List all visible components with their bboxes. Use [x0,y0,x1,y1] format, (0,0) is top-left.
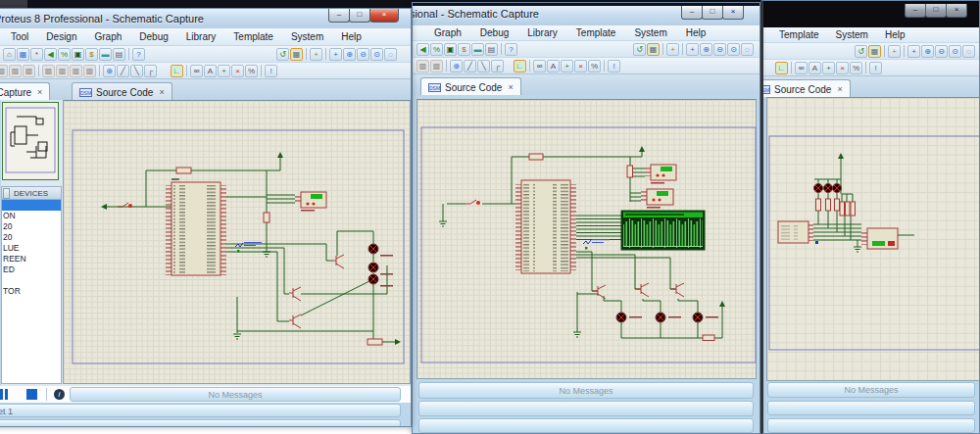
overview-minimap[interactable] [2,102,59,180]
menu-help[interactable]: Help [339,30,364,43]
search-icon[interactable]: ∞ [795,62,808,74]
terminal-icon[interactable]: ▬ [99,48,112,61]
notes-icon[interactable]: ▤ [113,48,125,61]
device-list-item[interactable]: ON [2,211,61,221]
minimize-button[interactable]: – [905,4,926,18]
tab-source-code[interactable]: DSM Source Code × [763,79,851,97]
book-icon[interactable]: ▣ [72,48,84,61]
search-icon[interactable]: ∞ [190,65,203,77]
zoom-area-icon[interactable]: ◌ [384,48,397,61]
zoom-all-icon[interactable]: ⊙ [370,48,383,61]
close-tab-icon[interactable]: × [37,87,42,97]
prev-view-icon[interactable]: ◀ [416,43,429,56]
refresh-icon[interactable]: ↺ [855,45,867,58]
goto-sheet-icon[interactable]: % [850,62,862,74]
notes-icon[interactable]: ▤ [485,43,498,56]
menu-template[interactable]: Template [231,30,275,43]
menu-graph[interactable]: Graph [93,30,124,43]
menu-graph[interactable]: Graph [432,26,464,39]
block-delete-icon[interactable]: ▩ [430,60,443,72]
tab-source-code[interactable]: DSM Source Code × [420,77,521,95]
device-list-item[interactable]: ED [2,265,61,275]
minimize-button[interactable]: – [681,6,703,20]
titlebar-right[interactable]: – □ × [763,1,979,27]
paste-icon[interactable]: ▩ [23,65,35,77]
zoom-all-icon[interactable]: ⊙ [727,43,740,56]
close-tab-icon[interactable]: × [508,82,513,92]
terminal-icon[interactable]: ▬ [471,43,484,56]
electrical-check-icon[interactable]: ! [265,65,277,77]
info-icon[interactable]: i [54,389,65,400]
device-list-item[interactable]: REEN [2,254,61,265]
schematic-canvas-middle[interactable] [416,99,757,379]
origin-icon[interactable]: + [666,43,679,56]
pan-icon[interactable]: + [329,48,342,61]
zoom-out-icon[interactable]: ⊖ [935,45,948,58]
remove-sheet-icon[interactable]: × [574,60,587,72]
schematic-canvas-right[interactable] [766,97,980,381]
origin-icon[interactable]: + [310,48,322,61]
pan-icon[interactable]: + [907,45,920,58]
design-explorer-icon[interactable]: % [58,48,71,61]
menu-template[interactable]: Template [777,28,821,41]
minimize-button[interactable]: – [328,9,350,23]
electrical-check-icon[interactable]: ! [869,62,882,74]
remove-sheet-icon[interactable]: × [836,62,849,74]
zoom-out-icon[interactable]: ⊖ [713,43,726,56]
maximize-button[interactable]: □ [925,4,947,18]
zoom-out-icon[interactable]: ⊖ [357,48,369,61]
device-list-item[interactable] [2,200,61,211]
refresh-icon[interactable]: ↺ [633,43,646,56]
pencil-icon[interactable]: ╱ [464,60,476,72]
pick-part-icon[interactable]: ⊕ [450,60,463,72]
device-list-item[interactable]: 20 [2,232,61,243]
tab-schematic-capture[interactable]: Schematic Capture × [0,82,50,100]
schematic-grid-icon[interactable]: ▦ [17,48,29,61]
block-rotate-icon[interactable]: ▩ [70,65,82,77]
device-list-item[interactable]: TOR [2,286,61,297]
block-copy-icon[interactable]: ▩ [42,65,55,77]
menu-system[interactable]: System [289,30,325,43]
hammer-icon[interactable]: ┌ [491,60,504,72]
grid-toggle-icon[interactable]: ▦ [868,45,881,58]
brush-icon[interactable]: ╲ [477,60,490,72]
bill-of-materials-icon[interactable]: $ [458,43,470,56]
search-icon[interactable]: ∞ [533,60,546,72]
menu-debug[interactable]: Debug [478,26,511,39]
close-button[interactable]: × [946,4,967,18]
home-icon[interactable]: ⌂ [3,48,16,61]
zoom-area-icon[interactable]: ◌ [962,45,975,58]
new-sheet-icon[interactable]: + [822,62,835,74]
pick-part-icon[interactable]: ⊕ [103,65,116,77]
menu-tool[interactable]: Tool [9,30,30,43]
device-list-item[interactable] [2,275,61,286]
remove-sheet-icon[interactable]: × [231,65,244,77]
design-explorer-icon[interactable]: % [430,43,443,56]
new-sheet-icon[interactable]: + [218,65,230,77]
origin-icon[interactable]: + [888,45,901,58]
stop-button[interactable] [26,389,37,400]
grid-toggle-icon[interactable]: ▦ [290,48,303,61]
pan-icon[interactable]: + [686,43,699,56]
zoom-area-icon[interactable]: ◌ [741,43,754,56]
property-assignment-icon[interactable]: A [808,62,821,74]
copy-icon[interactable]: ▩ [9,65,22,77]
menu-debug[interactable]: Debug [137,30,170,43]
close-tab-icon[interactable]: × [837,84,842,94]
menu-help[interactable]: Help [684,26,709,39]
wire-autorouter-icon[interactable]: ∟ [514,60,526,72]
new-sheet-icon[interactable]: + [561,60,573,72]
titlebar-left[interactable]: Proteus 8 Professional - Schematic Captu… [0,9,411,28]
cut-icon[interactable]: ▩ [0,65,8,77]
block-move-icon[interactable]: ▩ [56,65,69,77]
tab-source-code[interactable]: DSM Source Code × [72,82,172,100]
goto-sheet-icon[interactable]: % [245,65,258,77]
maximize-button[interactable]: □ [702,6,723,20]
menu-system[interactable]: System [834,28,870,41]
pick-devices-button[interactable] [3,188,10,199]
refresh-icon[interactable]: ↺ [276,48,289,61]
property-assignment-icon[interactable]: A [204,65,217,77]
help-icon[interactable]: ? [505,43,517,56]
schematic-canvas-left[interactable] [63,100,411,384]
bill-of-materials-icon[interactable]: $ [85,48,98,61]
